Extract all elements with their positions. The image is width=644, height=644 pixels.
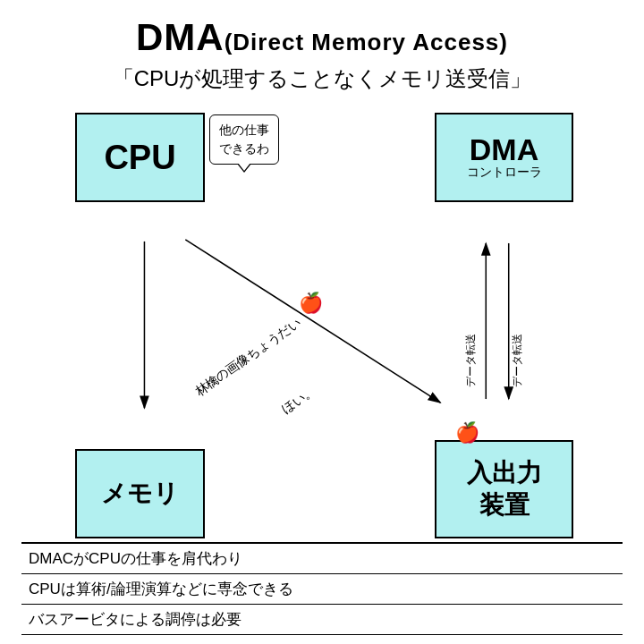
title-sub: (Direct Memory Access) (225, 29, 508, 55)
memory-label: メモリ (101, 477, 179, 511)
svg-text:林檎の画像ちょうだい: 林檎の画像ちょうだい (191, 315, 303, 399)
diagram-area: CPU DMA コントローラ メモリ 入出力 装置 他の仕事 できるわ 🍎 🍎 (21, 104, 623, 538)
notes-area: DMACがCPUの仕事を肩代わり CPUは算術/論理演算などに専念できる バスア… (21, 542, 623, 635)
cpu-label: CPU (104, 139, 175, 177)
note-1: DMACがCPUの仕事を肩代わり (21, 543, 623, 574)
apple-icon-1: 🍎 (299, 292, 323, 315)
io-box: 入出力 装置 (435, 440, 573, 538)
speech-bubble: 他の仕事 できるわ (209, 114, 279, 165)
apple-icon-2: 🍎 (455, 421, 479, 445)
bubble-line2: できるわ (219, 141, 269, 156)
svg-line-1 (185, 240, 440, 402)
note-3: バスアービタによる調停は必要 (21, 605, 623, 635)
note-2: CPUは算術/論理演算などに専念できる (21, 574, 623, 605)
io-label-line2: 装置 (479, 489, 530, 521)
dma-label: DMA (470, 134, 538, 165)
page-title: DMA(Direct Memory Access) (21, 16, 623, 59)
svg-text:データ転送: データ転送 (511, 334, 523, 387)
svg-text:ほい。: ほい。 (279, 384, 318, 417)
title-dma: DMA (136, 16, 225, 58)
dma-subtitle: コントローラ (467, 165, 542, 181)
cpu-box: CPU (75, 113, 205, 202)
dma-box: DMA コントローラ (435, 113, 573, 202)
io-label-line1: 入出力 (467, 457, 542, 489)
svg-text:データ転送: データ転送 (464, 334, 477, 387)
memory-box: メモリ (75, 449, 205, 538)
subtitle: 「CPUが処理することなくメモリ送受信」 (21, 64, 623, 93)
bubble-line1: 他の仕事 (219, 123, 269, 137)
